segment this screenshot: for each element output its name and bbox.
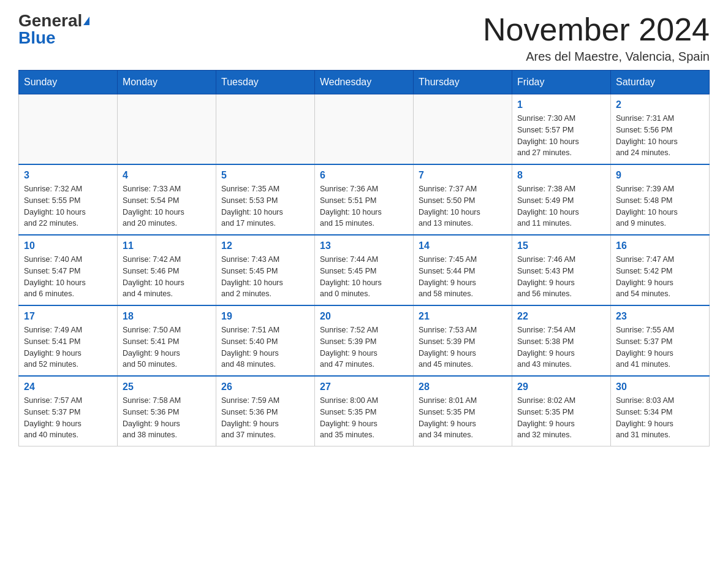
day-info: Sunrise: 7:54 AMSunset: 5:38 PMDaylight:… xyxy=(517,324,605,370)
day-info: Sunrise: 8:03 AMSunset: 5:34 PMDaylight:… xyxy=(616,395,704,441)
day-info: Sunrise: 7:59 AMSunset: 5:36 PMDaylight:… xyxy=(221,395,309,441)
calendar-cell: 7Sunrise: 7:37 AMSunset: 5:50 PMDaylight… xyxy=(414,164,512,235)
day-number: 2 xyxy=(616,99,704,110)
day-info: Sunrise: 7:33 AMSunset: 5:54 PMDaylight:… xyxy=(123,183,211,229)
day-number: 10 xyxy=(24,240,112,251)
day-info: Sunrise: 7:45 AMSunset: 5:44 PMDaylight:… xyxy=(419,254,507,300)
weekday-header-thursday: Thursday xyxy=(414,71,512,94)
calendar-table: SundayMondayTuesdayWednesdayThursdayFrid… xyxy=(18,70,710,446)
weekday-header-friday: Friday xyxy=(512,71,611,94)
calendar-week-row: 24Sunrise: 7:57 AMSunset: 5:37 PMDayligh… xyxy=(19,376,710,446)
calendar-week-row: 10Sunrise: 7:40 AMSunset: 5:47 PMDayligh… xyxy=(19,235,710,305)
day-info: Sunrise: 7:57 AMSunset: 5:37 PMDaylight:… xyxy=(24,395,112,441)
weekday-header-tuesday: Tuesday xyxy=(216,71,315,94)
day-info: Sunrise: 7:39 AMSunset: 5:48 PMDaylight:… xyxy=(616,183,704,229)
calendar-cell: 16Sunrise: 7:47 AMSunset: 5:42 PMDayligh… xyxy=(611,235,710,305)
day-info: Sunrise: 7:36 AMSunset: 5:51 PMDaylight:… xyxy=(320,183,408,229)
calendar-cell: 1Sunrise: 7:30 AMSunset: 5:57 PMDaylight… xyxy=(512,94,611,165)
calendar-cell: 27Sunrise: 8:00 AMSunset: 5:35 PMDayligh… xyxy=(315,376,414,446)
day-info: Sunrise: 7:46 AMSunset: 5:43 PMDaylight:… xyxy=(517,254,605,300)
calendar-cell: 17Sunrise: 7:49 AMSunset: 5:41 PMDayligh… xyxy=(19,305,118,376)
calendar-cell: 18Sunrise: 7:50 AMSunset: 5:41 PMDayligh… xyxy=(118,305,216,376)
calendar-week-row: 17Sunrise: 7:49 AMSunset: 5:41 PMDayligh… xyxy=(19,305,710,376)
day-number: 26 xyxy=(221,381,309,393)
calendar-cell: 2Sunrise: 7:31 AMSunset: 5:56 PMDaylight… xyxy=(611,94,710,165)
calendar-cell: 26Sunrise: 7:59 AMSunset: 5:36 PMDayligh… xyxy=(216,376,315,446)
calendar-cell xyxy=(315,94,414,165)
calendar-cell: 5Sunrise: 7:35 AMSunset: 5:53 PMDaylight… xyxy=(216,164,315,235)
day-number: 7 xyxy=(419,170,507,181)
calendar-cell xyxy=(414,94,512,165)
calendar-cell xyxy=(19,94,118,165)
day-number: 16 xyxy=(616,240,704,251)
day-info: Sunrise: 7:55 AMSunset: 5:37 PMDaylight:… xyxy=(616,324,704,370)
logo-triangle-icon xyxy=(83,17,89,25)
day-number: 28 xyxy=(419,381,507,393)
title-section: November 2024 Ares del Maestre, Valencia… xyxy=(483,12,710,64)
day-info: Sunrise: 8:00 AMSunset: 5:35 PMDaylight:… xyxy=(320,395,408,441)
day-number: 9 xyxy=(616,170,704,181)
calendar-cell: 15Sunrise: 7:46 AMSunset: 5:43 PMDayligh… xyxy=(512,235,611,305)
calendar-cell: 10Sunrise: 7:40 AMSunset: 5:47 PMDayligh… xyxy=(19,235,118,305)
calendar-cell: 14Sunrise: 7:45 AMSunset: 5:44 PMDayligh… xyxy=(414,235,512,305)
calendar-cell: 22Sunrise: 7:54 AMSunset: 5:38 PMDayligh… xyxy=(512,305,611,376)
calendar-week-row: 1Sunrise: 7:30 AMSunset: 5:57 PMDaylight… xyxy=(19,94,710,165)
calendar-cell: 24Sunrise: 7:57 AMSunset: 5:37 PMDayligh… xyxy=(19,376,118,446)
day-info: Sunrise: 7:49 AMSunset: 5:41 PMDaylight:… xyxy=(24,324,112,370)
day-number: 29 xyxy=(517,381,605,393)
calendar-cell: 21Sunrise: 7:53 AMSunset: 5:39 PMDayligh… xyxy=(414,305,512,376)
weekday-header-saturday: Saturday xyxy=(611,71,710,94)
day-number: 14 xyxy=(419,240,507,251)
day-info: Sunrise: 7:37 AMSunset: 5:50 PMDaylight:… xyxy=(419,183,507,229)
calendar-cell: 25Sunrise: 7:58 AMSunset: 5:36 PMDayligh… xyxy=(118,376,216,446)
calendar-cell: 29Sunrise: 8:02 AMSunset: 5:35 PMDayligh… xyxy=(512,376,611,446)
day-number: 30 xyxy=(616,381,704,393)
day-number: 6 xyxy=(320,170,408,181)
calendar-cell: 13Sunrise: 7:44 AMSunset: 5:45 PMDayligh… xyxy=(315,235,414,305)
day-number: 17 xyxy=(24,311,112,322)
day-info: Sunrise: 7:43 AMSunset: 5:45 PMDaylight:… xyxy=(221,254,309,300)
day-info: Sunrise: 7:32 AMSunset: 5:55 PMDaylight:… xyxy=(24,183,112,229)
day-number: 22 xyxy=(517,311,605,322)
calendar-cell: 3Sunrise: 7:32 AMSunset: 5:55 PMDaylight… xyxy=(19,164,118,235)
day-number: 24 xyxy=(24,381,112,393)
day-info: Sunrise: 7:52 AMSunset: 5:39 PMDaylight:… xyxy=(320,324,408,370)
calendar-cell: 9Sunrise: 7:39 AMSunset: 5:48 PMDaylight… xyxy=(611,164,710,235)
weekday-header-monday: Monday xyxy=(118,71,216,94)
day-info: Sunrise: 7:40 AMSunset: 5:47 PMDaylight:… xyxy=(24,254,112,300)
logo: General Blue xyxy=(18,12,89,47)
day-number: 11 xyxy=(123,240,211,251)
day-number: 27 xyxy=(320,381,408,393)
day-number: 4 xyxy=(123,170,211,181)
day-number: 19 xyxy=(221,311,309,322)
month-title: November 2024 xyxy=(483,12,710,47)
day-info: Sunrise: 7:53 AMSunset: 5:39 PMDaylight:… xyxy=(419,324,507,370)
calendar-cell xyxy=(216,94,315,165)
day-number: 20 xyxy=(320,311,408,322)
calendar-cell: 28Sunrise: 8:01 AMSunset: 5:35 PMDayligh… xyxy=(414,376,512,446)
calendar-cell: 30Sunrise: 8:03 AMSunset: 5:34 PMDayligh… xyxy=(611,376,710,446)
day-info: Sunrise: 7:51 AMSunset: 5:40 PMDaylight:… xyxy=(221,324,309,370)
day-info: Sunrise: 7:35 AMSunset: 5:53 PMDaylight:… xyxy=(221,183,309,229)
day-info: Sunrise: 7:50 AMSunset: 5:41 PMDaylight:… xyxy=(123,324,211,370)
calendar-cell: 8Sunrise: 7:38 AMSunset: 5:49 PMDaylight… xyxy=(512,164,611,235)
day-info: Sunrise: 8:02 AMSunset: 5:35 PMDaylight:… xyxy=(517,395,605,441)
logo-blue-text: Blue xyxy=(18,29,56,47)
calendar-cell: 4Sunrise: 7:33 AMSunset: 5:54 PMDaylight… xyxy=(118,164,216,235)
calendar-cell: 19Sunrise: 7:51 AMSunset: 5:40 PMDayligh… xyxy=(216,305,315,376)
day-info: Sunrise: 8:01 AMSunset: 5:35 PMDaylight:… xyxy=(419,395,507,441)
calendar-cell: 12Sunrise: 7:43 AMSunset: 5:45 PMDayligh… xyxy=(216,235,315,305)
day-number: 13 xyxy=(320,240,408,251)
day-number: 12 xyxy=(221,240,309,251)
day-number: 15 xyxy=(517,240,605,251)
calendar-cell: 20Sunrise: 7:52 AMSunset: 5:39 PMDayligh… xyxy=(315,305,414,376)
day-number: 23 xyxy=(616,311,704,322)
day-number: 1 xyxy=(517,99,605,110)
calendar-cell: 6Sunrise: 7:36 AMSunset: 5:51 PMDaylight… xyxy=(315,164,414,235)
day-info: Sunrise: 7:30 AMSunset: 5:57 PMDaylight:… xyxy=(517,113,605,159)
day-info: Sunrise: 7:38 AMSunset: 5:49 PMDaylight:… xyxy=(517,183,605,229)
page-header: General Blue November 2024 Ares del Maes… xyxy=(18,12,710,64)
calendar-cell: 11Sunrise: 7:42 AMSunset: 5:46 PMDayligh… xyxy=(118,235,216,305)
day-number: 8 xyxy=(517,170,605,181)
day-number: 21 xyxy=(419,311,507,322)
